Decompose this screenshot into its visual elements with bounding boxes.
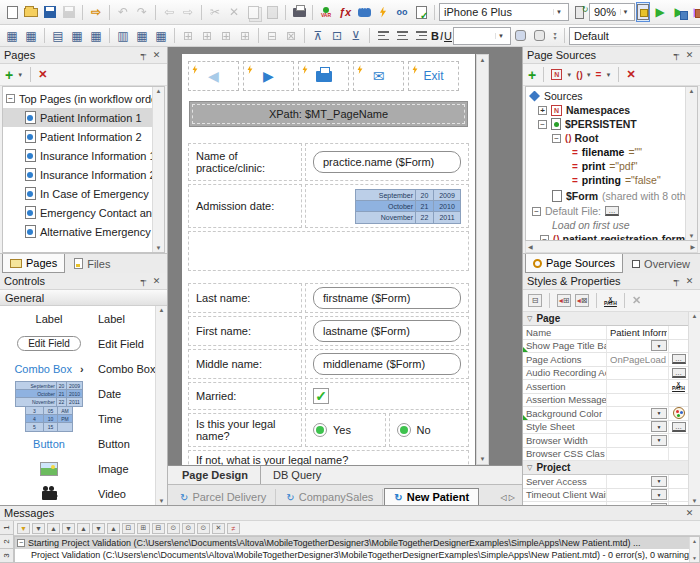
ellipsis-button[interactable] (672, 354, 686, 364)
page-item[interactable]: Insurance Information 1 (3, 146, 152, 165)
copy-line-icon[interactable]: ⊡ (122, 523, 135, 534)
page-sources-scrollbar[interactable] (685, 87, 697, 240)
split-vertical-icon[interactable]: ⊠ (282, 27, 300, 45)
prev-message-icon[interactable]: ▲ (47, 523, 60, 534)
message-line[interactable]: Starting Project Validation (C:\Users\en… (15, 537, 699, 549)
chevron-down-icon[interactable] (495, 33, 506, 39)
join-right-icon[interactable]: ⊞ (198, 27, 216, 45)
show-hierarchy-icon[interactable]: ⊟ (528, 294, 542, 307)
validate-icon[interactable] (412, 3, 430, 21)
add-page-icon[interactable] (5, 69, 13, 81)
no-radio[interactable] (397, 423, 411, 437)
page-title-label-control[interactable]: XPath: $MT_PageName (189, 101, 468, 127)
align-bottom-icon[interactable]: ⊻ (347, 27, 365, 45)
property-value[interactable] (607, 394, 668, 407)
persistent-node[interactable]: $PERSISTENT (526, 117, 685, 131)
copy-all-icon[interactable]: ⊟ (152, 523, 165, 534)
tab-overview[interactable]: Overview (625, 254, 697, 273)
admission-date-picker[interactable]: September202009 October212010 November22… (355, 189, 461, 224)
prev-error-icon[interactable]: ▲ (77, 523, 90, 534)
close-icon[interactable] (150, 276, 163, 286)
control-item-time[interactable]: 305AM 410PM 515 Time (0, 406, 155, 431)
control-item-image[interactable]: Image (0, 456, 155, 481)
dropdown-icon[interactable] (651, 476, 667, 487)
page-item[interactable]: Alternative Emergency Cor (3, 222, 152, 241)
pin-icon[interactable] (137, 276, 150, 286)
close-icon[interactable] (683, 50, 696, 60)
next-warning-icon[interactable]: ▼ (92, 523, 105, 534)
align-right-icon[interactable] (412, 27, 430, 45)
default-file-node[interactable]: Default File: (526, 204, 685, 218)
add-page-menu-icon[interactable] (17, 72, 23, 78)
first-name-field-cell[interactable]: lastname ($Form) (305, 316, 469, 346)
add-source-icon[interactable] (528, 69, 536, 81)
xpath-icon[interactable] (672, 382, 685, 390)
middle-name-field-cell[interactable]: middlename ($Form) (305, 349, 469, 379)
first-name-label-cell[interactable]: First name: (188, 316, 302, 346)
controls-scrollbar[interactable] (155, 306, 167, 505)
global-variables-icon[interactable]: VAR (317, 3, 335, 21)
pages-tree-root[interactable]: Top Pages (in workflow order) (3, 89, 152, 108)
page-item[interactable]: Patient Information 2 (3, 127, 152, 146)
add-attribute-icon[interactable] (596, 69, 602, 80)
delete-source-icon[interactable] (626, 68, 635, 81)
legal-no-cell[interactable]: No (389, 413, 470, 447)
stop-icon[interactable]: ≠ (227, 523, 240, 534)
device-select[interactable]: iPhone 6 Plus (439, 3, 569, 21)
back-icon[interactable]: ⇦ (160, 3, 178, 21)
yes-radio[interactable] (313, 423, 327, 437)
paste-icon[interactable] (263, 3, 281, 21)
properties-scrollbar[interactable] (688, 312, 700, 505)
control-item-combo-box[interactable]: Combo Box› Combo Box (0, 356, 155, 381)
undo-icon[interactable]: ↶ (114, 3, 132, 21)
split-horizontal-icon[interactable]: ⊟ (263, 27, 281, 45)
attribute-node[interactable]: print="pdf" (526, 159, 685, 173)
ellipsis-button[interactable] (672, 368, 686, 378)
pages-tree-scrollbar[interactable] (152, 87, 164, 252)
run-on-server-icon[interactable] (689, 3, 700, 21)
control-item-button[interactable]: Button Button (0, 431, 155, 456)
xpath-edit-icon[interactable] (604, 297, 617, 305)
copy-icon[interactable] (244, 3, 262, 21)
cut-icon[interactable]: ✂ (206, 3, 224, 21)
sources-node[interactable]: Sources (526, 89, 685, 103)
property-value[interactable] (607, 380, 668, 393)
chevron-down-icon[interactable] (566, 72, 572, 78)
insert-column-icon[interactable]: ▦ (133, 27, 151, 45)
legal-yes-cell[interactable]: Yes (305, 413, 386, 447)
append-row-icon[interactable]: ▤ (49, 27, 67, 45)
practice-field-cell[interactable]: practice.name ($Form) (305, 143, 469, 181)
align-left-icon[interactable] (374, 27, 392, 45)
open-file-icon[interactable] (22, 3, 40, 21)
show-device-frame-toggle[interactable] (636, 2, 650, 22)
chevron-down-icon[interactable] (553, 9, 564, 15)
localization-icon[interactable] (355, 3, 373, 21)
next-message-icon[interactable]: ▼ (32, 523, 45, 534)
doc-tab-scroll-arrows[interactable]: ◁ ▷ (500, 493, 519, 505)
canvas-vertical-scrollbar[interactable] (476, 54, 489, 465)
reload-icon[interactable]: ⇨ (87, 3, 105, 21)
page-item[interactable]: Emergency Contact and Me (3, 203, 152, 222)
dropdown-icon[interactable] (651, 435, 667, 446)
close-icon[interactable] (150, 50, 163, 60)
close-icon[interactable] (683, 508, 696, 518)
root-node[interactable]: Root (526, 131, 685, 145)
legal-name-label-cell[interactable]: Is this your legal name? (188, 413, 302, 447)
admission-label-cell[interactable]: Admission date: (188, 184, 302, 228)
foreground-color-icon[interactable] (512, 27, 530, 45)
next-error-icon[interactable]: ▼ (62, 523, 75, 534)
color-palette-icon[interactable] (673, 407, 685, 419)
close-icon[interactable] (683, 276, 696, 286)
delete-column-icon[interactable]: ▦ (152, 27, 170, 45)
action-groups-icon[interactable] (374, 3, 392, 21)
property-value[interactable]: OnPageLoad (607, 353, 668, 366)
tab-page-design[interactable]: Page Design (170, 466, 261, 484)
message-line[interactable]: Project Validation (C:\Users\enc\Documen… (15, 549, 699, 561)
new-file-icon[interactable] (3, 3, 21, 21)
married-field-cell[interactable] (305, 382, 469, 410)
xpath-functions-icon[interactable]: ƒx (336, 3, 354, 21)
collapse-icon[interactable] (552, 134, 561, 143)
collapse-icon[interactable] (540, 235, 549, 241)
expand-properties-icon[interactable]: ◂⊞ (557, 294, 571, 307)
join-below-icon[interactable]: ⊞ (217, 27, 235, 45)
